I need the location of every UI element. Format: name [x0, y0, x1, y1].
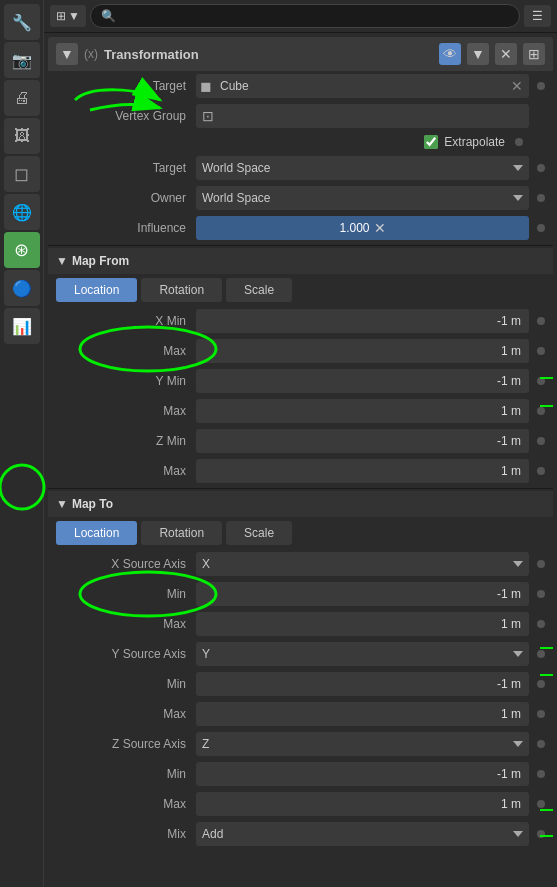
z-source-axis-dropdown[interactable]: Z — [196, 732, 529, 756]
map-to-y-min-field[interactable]: -1 m — [196, 672, 529, 696]
map-from-y-min-field[interactable]: -1 m — [196, 369, 529, 393]
map-from-z-min-row: Z Min -1 m — [48, 426, 553, 456]
map-to-z-min-field[interactable]: -1 m — [196, 762, 529, 786]
map-from-z-min-dot — [537, 437, 545, 445]
collapse-button[interactable]: ▼ — [56, 43, 78, 65]
sidebar-icon-data[interactable]: 📊 — [4, 308, 40, 344]
map-to-z-min-dot — [537, 770, 545, 778]
target-dot — [537, 82, 545, 90]
map-from-z-min-field[interactable]: -1 m — [196, 429, 529, 453]
map-to-x-max-label: Max — [56, 617, 196, 631]
influence-clear-icon: ✕ — [374, 220, 386, 236]
map-to-tab-scale[interactable]: Scale — [226, 521, 292, 545]
data-icon: 📊 — [12, 317, 32, 336]
influence-value: 1.000 ✕ — [196, 216, 545, 240]
owner-dot — [537, 194, 545, 202]
map-to-x-max-number: 1 m — [501, 617, 521, 631]
map-to-y-min-number: -1 m — [497, 677, 521, 691]
close-button[interactable]: ✕ — [495, 43, 517, 65]
map-to-y-max-label: Max — [56, 707, 196, 721]
influence-number: 1.000 — [339, 221, 369, 235]
map-to-tabs: Location Rotation Scale — [48, 517, 553, 549]
owner-target-dropdown[interactable]: World Space — [196, 156, 529, 180]
y-source-axis-value: Y — [196, 642, 545, 666]
vertex-group-dot — [537, 112, 545, 120]
sidebar-icon-scene[interactable]: 📷 — [4, 42, 40, 78]
target-value: ◼ Cube ✕ — [196, 74, 545, 98]
target-input-container[interactable]: ◼ Cube ✕ — [196, 74, 529, 98]
expand-button[interactable]: ▼ — [467, 43, 489, 65]
influence-field[interactable]: 1.000 ✕ — [196, 216, 529, 240]
sidebar-icon-object[interactable]: ◻ — [4, 156, 40, 192]
map-to-x-min-value: -1 m — [196, 582, 545, 606]
target-clear-button[interactable]: ✕ — [509, 78, 525, 94]
map-to-y-max-value: 1 m — [196, 702, 545, 726]
map-to-y-max-field[interactable]: 1 m — [196, 702, 529, 726]
x-source-axis-dot — [537, 560, 545, 568]
map-from-x-max-field[interactable]: 1 m — [196, 339, 529, 363]
eye-button[interactable]: 👁 — [439, 43, 461, 65]
x-source-axis-value: X — [196, 552, 545, 576]
map-from-z-max-field[interactable]: 1 m — [196, 459, 529, 483]
map-to-tab-location[interactable]: Location — [56, 521, 137, 545]
owner-target-dot — [537, 164, 545, 172]
map-to-x-max-value: 1 m — [196, 612, 545, 636]
sidebar-icon-physics[interactable]: 🌐 — [4, 194, 40, 230]
vertex-icon: ⊡ — [202, 108, 214, 124]
mix-dropdown[interactable]: Add — [196, 822, 529, 846]
map-from-z-max-label: Max — [56, 464, 196, 478]
map-to-header[interactable]: ▼ Map To — [48, 491, 553, 517]
topbar-menu-button[interactable]: ☰ — [524, 5, 551, 27]
map-from-x-max-dot — [537, 347, 545, 355]
map-from-y-min-dot — [537, 377, 545, 385]
influence-label: Influence — [56, 221, 196, 235]
vertex-group-container[interactable]: ⊡ — [196, 104, 529, 128]
topbar-mode-button[interactable]: ⊞ ▼ — [50, 5, 86, 27]
y-source-axis-dropdown[interactable]: Y — [196, 642, 529, 666]
search-input[interactable] — [122, 9, 509, 23]
sidebar-icon-tools[interactable]: 🔧 — [4, 4, 40, 40]
x-source-axis-dropdown[interactable]: X — [196, 552, 529, 576]
z-source-axis-dot — [537, 740, 545, 748]
map-from-x-min-label: X Min — [56, 314, 196, 328]
mode-icon: ⊞ — [56, 9, 66, 23]
map-to-x-max-field[interactable]: 1 m — [196, 612, 529, 636]
x-source-axis-row: X Source Axis X — [48, 549, 553, 579]
eye-icon: 👁 — [443, 46, 457, 62]
map-from-x-min-field[interactable]: -1 m — [196, 309, 529, 333]
map-from-y-max-field[interactable]: 1 m — [196, 399, 529, 423]
constraint-header: ▼ (x) Transformation 👁 ▼ ✕ ⊞ — [48, 37, 553, 71]
sidebar-icon-constraint[interactable]: ⊛ — [4, 232, 40, 268]
sidebar-icon-output[interactable]: 🖨 — [4, 80, 40, 116]
influence-clear-button[interactable]: ✕ — [374, 220, 386, 236]
map-to-z-max-field[interactable]: 1 m — [196, 792, 529, 816]
owner-dropdown[interactable]: World Space — [196, 186, 529, 210]
sidebar-icon-modifier[interactable]: 🔵 — [4, 270, 40, 306]
extrapolate-checkbox[interactable] — [424, 135, 438, 149]
expand-icon: ▼ — [471, 46, 485, 62]
map-from-y-max-number: 1 m — [501, 404, 521, 418]
extrapolate-dot — [515, 138, 523, 146]
map-from-y-min-label: Y Min — [56, 374, 196, 388]
map-to-x-min-dot — [537, 590, 545, 598]
map-from-x-min-value: -1 m — [196, 309, 545, 333]
sidebar-icon-view[interactable]: 🖼 — [4, 118, 40, 154]
map-from-tab-scale[interactable]: Scale — [226, 278, 292, 302]
map-from-y-max-label: Max — [56, 404, 196, 418]
map-from-x-max-label: Max — [56, 344, 196, 358]
map-to-x-min-label: Min — [56, 587, 196, 601]
grid-button[interactable]: ⊞ — [523, 43, 545, 65]
close-icon: ✕ — [500, 46, 512, 62]
map-to-x-min-field[interactable]: -1 m — [196, 582, 529, 606]
map-from-tab-location[interactable]: Location — [56, 278, 137, 302]
map-from-x-min-row: X Min -1 m — [48, 306, 553, 336]
map-from-header[interactable]: ▼ MMap Fromap From — [48, 248, 553, 274]
owner-value: World Space — [196, 186, 545, 210]
mix-row: Mix Add — [48, 819, 553, 849]
map-to-tab-rotation[interactable]: Rotation — [141, 521, 222, 545]
target-label: Target — [56, 79, 196, 93]
map-from-y-max-value: 1 m — [196, 399, 545, 423]
mix-value: Add — [196, 822, 545, 846]
map-from-y-min-number: -1 m — [497, 374, 521, 388]
map-from-tab-rotation[interactable]: Rotation — [141, 278, 222, 302]
